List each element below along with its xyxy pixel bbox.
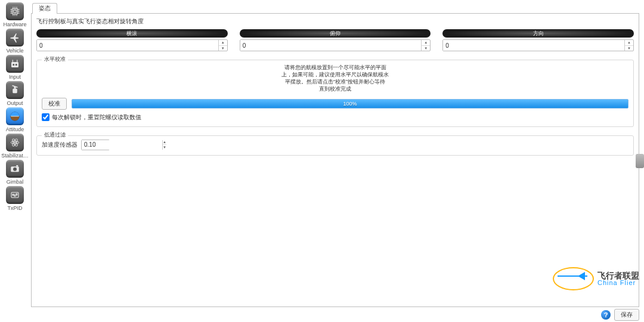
svg-rect-14 xyxy=(11,62,18,67)
sidebar-item-gimbal[interactable]: Gimbal xyxy=(0,160,30,185)
sidebar-item-stabilization[interactable]: Stabilizat… xyxy=(0,134,30,159)
atom-icon xyxy=(6,134,24,151)
sidebar-item-hardware[interactable]: Hardware xyxy=(0,2,30,27)
svg-point-15 xyxy=(13,64,14,66)
save-button[interactable]: 保存 xyxy=(614,309,639,321)
step-up-icon[interactable]: ▲ xyxy=(219,40,227,46)
sidebar-item-label: Attitude xyxy=(6,126,24,132)
sidebar-item-label: Hardware xyxy=(3,21,26,27)
sidebar-item-label: Input xyxy=(9,74,21,80)
sidebar-item-attitude[interactable]: Attitude xyxy=(0,107,30,132)
trim-roll-label: 横滚 xyxy=(36,29,228,38)
sidebar-item-label: Stabilizat… xyxy=(1,153,29,159)
help-icon[interactable]: ? xyxy=(601,310,611,320)
accel-lowpass-input[interactable] xyxy=(82,140,162,150)
spin-buttons[interactable]: ▲▼ xyxy=(624,40,633,51)
svg-rect-30 xyxy=(16,165,18,166)
tab-bar: 姿态 xyxy=(31,2,639,13)
section-rotation-label: 飞行控制板与真实飞行姿态相对旋转角度 xyxy=(36,17,634,26)
trim-pitch-input[interactable] xyxy=(240,40,422,51)
step-down-icon[interactable]: ▼ xyxy=(422,46,430,51)
step-down-icon[interactable]: ▼ xyxy=(625,46,633,51)
tab-attitude[interactable]: 姿态 xyxy=(32,3,57,14)
sidebar-item-label: TxPID xyxy=(7,205,22,211)
sidebar-item-label: Gimbal xyxy=(7,179,24,185)
sliders-icon xyxy=(6,186,24,204)
step-down-icon[interactable]: ▼ xyxy=(219,46,227,51)
trim-yaw-label: 方向 xyxy=(442,29,634,38)
lowpass-group: 低通过滤 加速度传感器 ▲▼ xyxy=(36,135,634,156)
sidebar-item-output[interactable]: Output xyxy=(0,81,30,106)
footer-bar: ? 保存 xyxy=(0,307,644,322)
svg-rect-0 xyxy=(13,9,18,14)
trim-yaw: 方向 ▲▼ xyxy=(442,29,634,51)
spin-buttons[interactable]: ▲▼ xyxy=(218,40,227,51)
trim-pitch-label: 俯仰 xyxy=(240,29,431,38)
svg-point-36 xyxy=(14,196,16,197)
spin-buttons[interactable]: ▲▼ xyxy=(421,40,430,51)
transmitter-icon xyxy=(6,55,24,73)
trim-pitch-spinbox[interactable]: ▲▼ xyxy=(240,39,431,51)
sidebar-item-label: Output xyxy=(7,100,23,106)
motor-icon xyxy=(6,81,24,99)
window-scrollbar-handle[interactable] xyxy=(636,154,644,168)
accel-sensor-label: 加速度传感器 xyxy=(42,141,78,149)
sidebar-item-label: Vehicle xyxy=(6,48,23,54)
svg-rect-19 xyxy=(13,89,17,94)
trim-yaw-spinbox[interactable]: ▲▼ xyxy=(442,39,634,51)
rotation-trims-row: 横滚 ▲▼ 俯仰 ▲▼ 方向 xyxy=(36,29,634,51)
reset-gyro-checkbox[interactable] xyxy=(42,113,49,121)
sidebar-item-txpid[interactable]: TxPID xyxy=(0,186,30,211)
airplane-icon xyxy=(6,29,24,47)
svg-point-37 xyxy=(16,194,17,195)
step-down-icon[interactable]: ▼ xyxy=(163,145,166,150)
trim-roll: 横滚 ▲▼ xyxy=(36,29,228,51)
attitude-indicator-icon xyxy=(6,107,24,125)
step-up-icon[interactable]: ▲ xyxy=(422,40,430,46)
accel-lowpass-row: 加速度传感器 ▲▼ xyxy=(42,140,628,150)
lowpass-legend: 低通过滤 xyxy=(42,131,68,139)
level-instructions: 请将您的航模放置到一个尽可能水平的平面 上，如果可能，建议使用水平尺以确保航模水… xyxy=(42,64,628,93)
trim-roll-spinbox[interactable]: ▲▼ xyxy=(36,39,228,51)
tab-content: 飞行控制板与真实飞行姿态相对旋转角度 横滚 ▲▼ 俯仰 ▲▼ xyxy=(31,13,639,307)
trim-pitch: 俯仰 ▲▼ xyxy=(240,29,431,51)
reset-gyro-label: 每次解锁时，重置陀螺仪读取数值 xyxy=(52,113,141,122)
svg-point-16 xyxy=(16,64,17,66)
progress-text: 100% xyxy=(72,100,628,108)
spin-buttons[interactable]: ▲▼ xyxy=(162,140,166,150)
sidebar-item-input[interactable]: Input xyxy=(0,55,30,80)
camera-icon xyxy=(6,160,24,178)
step-up-icon[interactable]: ▲ xyxy=(625,40,633,46)
trim-roll-input[interactable] xyxy=(37,40,218,51)
calibration-row: 校准 100% xyxy=(42,98,628,110)
svg-point-35 xyxy=(13,194,14,195)
calibrate-button[interactable]: 校准 xyxy=(42,98,67,110)
sidebar-item-vehicle[interactable]: Vehicle xyxy=(0,29,30,54)
reset-gyro-row[interactable]: 每次解锁时，重置陀螺仪读取数值 xyxy=(42,113,628,122)
svg-rect-1 xyxy=(14,10,17,13)
step-up-icon[interactable]: ▲ xyxy=(163,140,166,145)
accel-lowpass-spinbox[interactable]: ▲▼ xyxy=(81,140,110,150)
sidebar: Hardware Vehicle Input Output Attitude xyxy=(0,0,30,307)
calibration-progress: 100% xyxy=(72,99,628,109)
cpu-chip-icon xyxy=(6,2,24,20)
svg-point-29 xyxy=(13,168,17,171)
trim-yaw-input[interactable] xyxy=(443,40,624,51)
level-calibration-group: 水平校准 请将您的航模放置到一个尽可能水平的平面 上，如果可能，建议使用水平尺以… xyxy=(36,60,634,127)
level-group-legend: 水平校准 xyxy=(42,55,68,63)
main-panel: 姿态 飞行控制板与真实飞行姿态相对旋转角度 横滚 ▲▼ 俯仰 ▲▼ xyxy=(30,0,644,307)
svg-point-27 xyxy=(14,142,16,143)
